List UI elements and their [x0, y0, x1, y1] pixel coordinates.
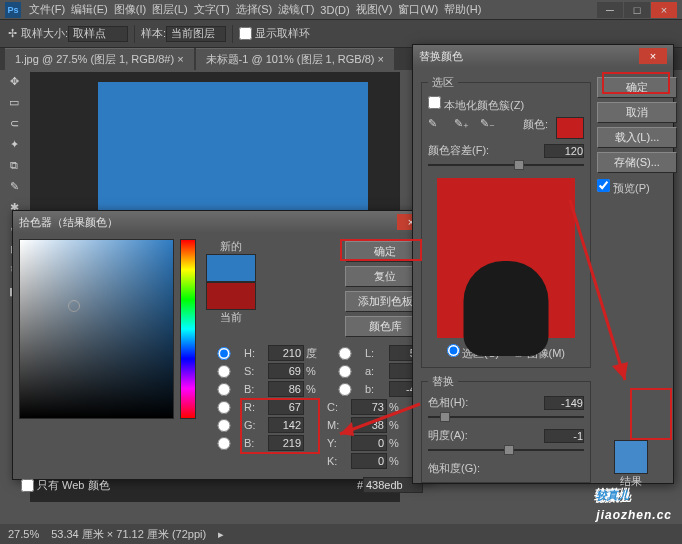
replace-fieldset: 替换 色相(H): 明度(A): 饱和度(G): — [421, 374, 591, 483]
sample-label: 样本: — [141, 26, 166, 41]
fuzz-slider[interactable] — [428, 158, 584, 172]
menu-select[interactable]: 选择(S) — [236, 2, 273, 17]
menu-image[interactable]: 图像(I) — [114, 2, 146, 17]
marquee-tool[interactable]: ▭ — [2, 92, 26, 112]
eyedropper-plus-icon[interactable]: ✎₊ — [454, 117, 472, 135]
color-label: 颜色: — [523, 117, 548, 139]
menubar: Ps 文件(F) 编辑(E) 图像(I) 图层(L) 文字(T) 选择(S) 滤… — [0, 0, 682, 20]
watermark: 较真儿 jiaozhen.cc — [596, 463, 672, 522]
s-radio[interactable] — [206, 365, 242, 378]
bb-input[interactable] — [268, 381, 304, 397]
light-label: 明度(A): — [428, 428, 468, 443]
h-input[interactable] — [268, 345, 304, 361]
fuzz-input[interactable] — [544, 144, 584, 158]
s-input[interactable] — [268, 363, 304, 379]
close-button[interactable]: × — [651, 2, 677, 18]
tab-doc1[interactable]: 1.jpg @ 27.5% (图层 1, RGB/8#) × — [5, 48, 194, 70]
replace-cancel-button[interactable]: 取消 — [597, 102, 677, 123]
preview-checkbox[interactable] — [597, 179, 610, 192]
sample-size-input[interactable] — [68, 26, 128, 42]
lasso-tool[interactable]: ⊂ — [2, 113, 26, 133]
minimize-button[interactable]: ─ — [597, 2, 623, 18]
wand-tool[interactable]: ✦ — [2, 134, 26, 154]
ps-logo: Ps — [5, 2, 21, 18]
light-input[interactable] — [544, 429, 584, 443]
sample-size-label: 取样大小: — [21, 26, 68, 41]
new-label: 新的 — [206, 239, 256, 254]
preview-label: 预览(P) — [613, 182, 650, 194]
bl-input[interactable] — [268, 435, 304, 451]
sat-label: 饱和度(G): — [428, 461, 480, 476]
eyedropper-tool[interactable]: ✎ — [2, 176, 26, 196]
bl-radio[interactable] — [206, 437, 242, 450]
eyedropper-icon[interactable]: ✎ — [428, 117, 446, 135]
picker-title: 拾色器（结果颜色） — [19, 215, 118, 230]
g-input[interactable] — [268, 417, 304, 433]
localize-checkbox[interactable] — [428, 96, 441, 109]
replace-save-button[interactable]: 存储(S)... — [597, 152, 677, 173]
hue-label: 色相(H): — [428, 395, 468, 410]
menu-edit[interactable]: 编辑(E) — [71, 2, 108, 17]
eyedropper-minus-icon[interactable]: ✎₋ — [480, 117, 498, 135]
web-only-checkbox[interactable] — [21, 479, 34, 492]
replace-title: 替换颜色 — [419, 49, 463, 64]
new-color-swatch — [206, 254, 256, 282]
show-ring-checkbox[interactable] — [239, 27, 252, 40]
selection-legend: 选区 — [428, 75, 458, 90]
hue-input[interactable] — [544, 396, 584, 410]
menu-filter[interactable]: 滤镜(T) — [278, 2, 314, 17]
menu-file[interactable]: 文件(F) — [29, 2, 65, 17]
sample-input[interactable] — [166, 26, 226, 42]
fuzz-label: 颜色容差(F): — [428, 143, 489, 158]
color-picker-dialog: 拾色器（结果颜色） × 新的 当前 确定 复位 添加到色板 颜色库 — [12, 210, 432, 480]
cur-label: 当前 — [206, 310, 256, 325]
crop-tool[interactable]: ⧉ — [2, 155, 26, 175]
replace-load-button[interactable]: 载入(L)... — [597, 127, 677, 148]
menu-3d[interactable]: 3D(D) — [320, 4, 349, 16]
h-radio[interactable] — [206, 347, 242, 360]
source-color-swatch[interactable] — [556, 117, 584, 139]
menu-window[interactable]: 窗口(W) — [398, 2, 438, 17]
menu-help[interactable]: 帮助(H) — [444, 2, 481, 17]
menu-text[interactable]: 文字(T) — [194, 2, 230, 17]
y-input[interactable] — [351, 435, 387, 451]
bb-radio[interactable] — [206, 383, 242, 396]
hue-slider[interactable] — [180, 239, 196, 419]
m-input[interactable] — [351, 417, 387, 433]
color-field[interactable] — [19, 239, 174, 419]
k-input[interactable] — [351, 453, 387, 469]
g-radio[interactable] — [206, 419, 242, 432]
selection-radio[interactable] — [447, 344, 460, 357]
color-marker[interactable] — [68, 300, 80, 312]
r-input[interactable] — [268, 399, 304, 415]
b2-radio[interactable] — [327, 383, 363, 396]
hue-slider-r[interactable] — [428, 410, 584, 424]
maximize-button[interactable]: □ — [624, 2, 650, 18]
status-dimensions: 53.34 厘米 × 71.12 厘米 (72ppi) — [51, 527, 206, 542]
replace-color-dialog: 替换颜色 × 选区 本地化颜色簇(Z) ✎ ✎₊ ✎₋ 颜色: 颜色容差(F): — [412, 44, 674, 484]
replace-ok-button[interactable]: 确定 — [597, 77, 677, 98]
replace-legend: 替换 — [428, 374, 458, 389]
c-input[interactable] — [351, 399, 387, 415]
status-bar: 27.5% 53.34 厘米 × 71.12 厘米 (72ppi) ▸ — [0, 524, 682, 544]
light-slider[interactable] — [428, 443, 584, 457]
preview-image — [437, 178, 575, 338]
tab-doc2[interactable]: 未标题-1 @ 101% (图层 1, RGB/8) × — [196, 48, 394, 70]
window-controls: ─ □ × — [596, 2, 677, 18]
l-radio[interactable] — [327, 347, 363, 360]
menu-layer[interactable]: 图层(L) — [152, 2, 187, 17]
replace-close-button[interactable]: × — [639, 48, 667, 64]
web-only-label: 只有 Web 颜色 — [37, 478, 110, 493]
show-ring-label: 显示取样环 — [255, 26, 310, 41]
status-zoom: 27.5% — [8, 528, 39, 540]
move-tool[interactable]: ✥ — [2, 71, 26, 91]
localize-label: 本地化颜色簇(Z) — [444, 99, 524, 111]
selection-fieldset: 选区 本地化颜色簇(Z) ✎ ✎₊ ✎₋ 颜色: 颜色容差(F): — [421, 75, 591, 368]
a-radio[interactable] — [327, 365, 363, 378]
current-color-swatch — [206, 282, 256, 310]
menu-view[interactable]: 视图(V) — [356, 2, 393, 17]
r-radio[interactable] — [206, 401, 242, 414]
